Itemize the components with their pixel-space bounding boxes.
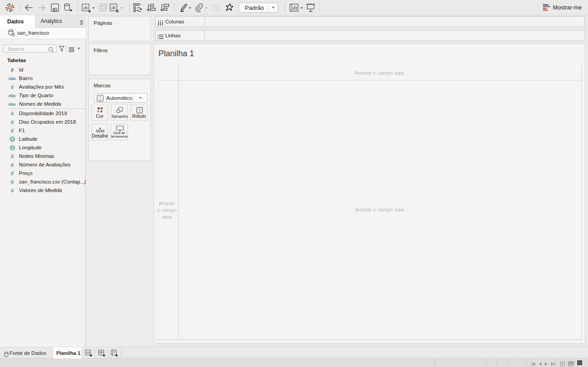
svg-text:T: T	[215, 5, 217, 10]
svg-text:T: T	[138, 108, 141, 112]
svg-text:T: T	[99, 95, 101, 99]
